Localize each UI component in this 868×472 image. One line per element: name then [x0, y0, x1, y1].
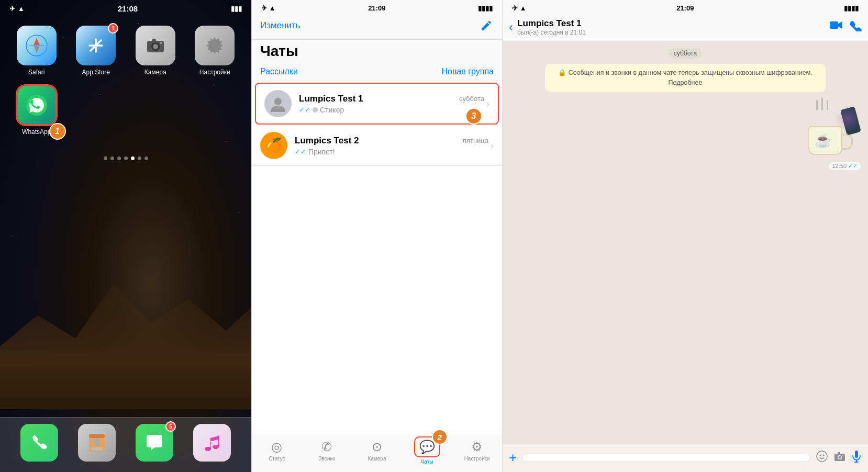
- dot-7: [144, 156, 148, 160]
- app-safari[interactable]: Safari: [12, 26, 62, 76]
- chat-list: Lumpics Test 1 суббота ✓✓ Стикер › 3 🍊 L…: [252, 82, 502, 432]
- camera-label: Камера: [144, 69, 166, 76]
- chat2-name-row: Lumpics Test 2 пятница: [295, 136, 488, 146]
- step-2-badge: 2: [432, 429, 448, 445]
- msg-time-text: 12:50: [832, 163, 847, 169]
- settings-label: Настройки: [199, 69, 230, 76]
- app-appstore[interactable]: 1 App Store: [71, 26, 121, 76]
- video-call-button[interactable]: [829, 20, 843, 35]
- add-attachment-button[interactable]: +: [509, 449, 517, 466]
- step-1-badge: 1: [49, 123, 66, 140]
- chat1-time: суббота: [459, 95, 484, 103]
- svg-rect-18: [91, 447, 103, 451]
- chat-airplane-icon: ✈: [512, 4, 518, 12]
- chat1-avatar: [264, 90, 292, 117]
- whatsapp-label: WhatsApp: [22, 128, 51, 136]
- svg-point-23: [820, 454, 821, 456]
- msg-time: 12:50 ✓✓: [829, 162, 861, 170]
- broadcast-button[interactable]: Рассылки: [260, 67, 298, 76]
- status-left-icons: ✈ ▲: [9, 5, 25, 13]
- dot-1: [104, 156, 107, 160]
- status-right-icons: ▮▮▮: [231, 5, 242, 13]
- voice-button[interactable]: [851, 450, 862, 466]
- new-group-button[interactable]: Новая группа: [441, 67, 494, 76]
- chat2-time: пятница: [463, 137, 488, 144]
- date-badge: суббота: [669, 48, 702, 59]
- tab-settings-icon: ⚙: [471, 440, 483, 454]
- tab-settings[interactable]: ⚙ Настройки: [459, 440, 495, 462]
- sticker-message: ☕ 12:50 ✓✓: [798, 97, 861, 170]
- safari-label: Safari: [28, 69, 44, 76]
- app-camera[interactable]: Камера: [130, 26, 181, 76]
- dock-phone[interactable]: [20, 424, 58, 462]
- sticker-button[interactable]: [816, 450, 828, 466]
- dock-contacts[interactable]: [78, 424, 116, 462]
- svg-marker-3: [34, 38, 40, 46]
- camera-input-button[interactable]: [833, 450, 846, 466]
- chat-actions-bar: Рассылки Новая группа: [252, 65, 502, 82]
- camera-icon-app: [136, 26, 175, 65]
- chats-status-right: ▮▮▮▮: [478, 4, 493, 12]
- chats-airplane-icon: ✈: [261, 4, 267, 12]
- chat2-name: Lumpics Test 2: [295, 136, 359, 146]
- page-dots: [0, 156, 251, 160]
- settings-icon-app: [195, 26, 235, 65]
- appstore-badge: 1: [108, 23, 118, 33]
- chat2-chevron: ›: [491, 140, 494, 151]
- voice-call-button[interactable]: [850, 20, 862, 35]
- status-bar-home: ✈ ▲ 21:08 ▮▮▮: [0, 0, 251, 15]
- tab-camera[interactable]: ⊙ Камера: [359, 440, 395, 462]
- edit-button[interactable]: Изменить: [260, 20, 301, 31]
- svg-point-27: [839, 456, 841, 458]
- dot-5: [131, 156, 135, 160]
- svg-point-29: [842, 455, 843, 456]
- tab-bar: ◎ Статус ✆ Звонки ⊙ Камера 💬 2 Чаты ⚙ На…: [252, 432, 502, 472]
- svg-rect-16: [89, 434, 105, 438]
- chats-title: Чаты: [252, 40, 502, 65]
- svg-point-10: [153, 44, 158, 49]
- dot-6: [138, 156, 141, 160]
- chat-window: ✈ ▲ 21:09 ▮▮▮▮ ‹ Lumpics Test 1 был(-а) …: [503, 0, 868, 472]
- chats-battery-icon: ▮▮▮▮: [478, 4, 493, 12]
- whatsapp-icon-app: [17, 85, 57, 125]
- chat-contact-name: Lumpics Test 1: [517, 18, 825, 29]
- chat-nav-actions: [829, 20, 862, 35]
- tab-chats-highlight: 💬 2: [414, 436, 440, 457]
- dot-4: [124, 156, 128, 160]
- chat2-last: Привет!: [308, 148, 335, 156]
- chat1-last-row: ✓✓ Стикер: [299, 106, 484, 114]
- chats-time: 21:09: [368, 4, 385, 12]
- chat-item-1[interactable]: Lumpics Test 1 суббота ✓✓ Стикер › 3: [255, 83, 499, 125]
- app-whatsapp[interactable]: WhatsApp 1: [12, 85, 62, 136]
- chat2-info: Lumpics Test 2 пятница ✓✓ Привет!: [295, 136, 488, 156]
- battery-icon: ▮▮▮: [231, 5, 242, 13]
- sticker-dot: [313, 107, 318, 113]
- svg-point-12: [160, 42, 162, 44]
- status-bar-chat: ✈ ▲ 21:09 ▮▮▮▮: [503, 0, 868, 14]
- chat1-name: Lumpics Test 1: [299, 94, 363, 104]
- chat-nav-bar: ‹ Lumpics Test 1 был(-а) сегодня в 21:01: [503, 14, 868, 42]
- tab-calls[interactable]: ✆ Звонки: [308, 440, 345, 462]
- chat-contact-status: был(-а) сегодня в 21:01: [517, 29, 825, 36]
- tab-chats-label: Чаты: [421, 459, 433, 465]
- svg-marker-4: [34, 46, 40, 53]
- svg-point-19: [274, 98, 282, 105]
- airplane-icon: ✈: [9, 5, 15, 13]
- chat-battery-icon: ▮▮▮▮: [844, 4, 859, 12]
- message-input[interactable]: [522, 454, 810, 462]
- back-button[interactable]: ‹: [509, 20, 513, 35]
- messages-area: суббота 🔒 Сообщения и звонки в данном ча…: [503, 42, 868, 445]
- chat1-check: ✓✓: [299, 106, 310, 114]
- tab-chats[interactable]: 💬 2 Чаты: [409, 436, 446, 465]
- orange-emoji: 🍊: [265, 137, 283, 154]
- dock-messages[interactable]: 5: [136, 424, 173, 462]
- tab-status[interactable]: ◎ Статус: [259, 440, 295, 462]
- home-screen: ✈ ▲ 21:08 ▮▮▮ Safari: [0, 0, 251, 472]
- chat-item-2[interactable]: 🍊 Lumpics Test 2 пятница ✓✓ Привет! ›: [252, 126, 502, 166]
- msg-checks: ✓✓: [848, 163, 858, 170]
- app-settings[interactable]: Настройки: [190, 26, 240, 76]
- compose-button[interactable]: [479, 18, 494, 33]
- chat2-check: ✓✓: [295, 148, 306, 155]
- chats-screen: ✈ ▲ 21:09 ▮▮▮▮ Изменить Чаты Рассылки Но…: [251, 0, 503, 472]
- dock-music[interactable]: [193, 424, 231, 462]
